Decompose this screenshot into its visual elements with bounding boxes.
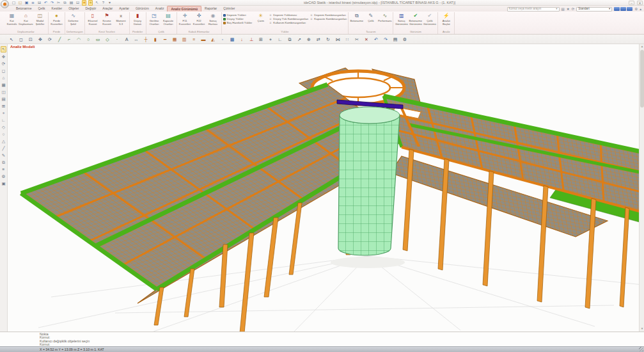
- polygon-icon[interactable]: ◇: [105, 36, 110, 42]
- app-menu-button[interactable]: [1, 0, 9, 8]
- open-file-icon[interactable]: ◱: [18, 1, 22, 5]
- layers-icon[interactable]: ⧉: [287, 36, 292, 42]
- grid-icon[interactable]: ⊞: [258, 36, 263, 42]
- circle-icon[interactable]: ○: [86, 36, 91, 42]
- settings-icon[interactable]: ⚙: [634, 7, 638, 12]
- capacity-combinations-item[interactable]: ≣Kapasite Kombinasyonları: [310, 17, 347, 20]
- edit-icon[interactable]: ✎: [2, 153, 5, 158]
- trim-icon[interactable]: ✂: [354, 36, 359, 42]
- results-view-button[interactable]: ▥Sonuç Görünümü: [395, 12, 408, 26]
- array-icon[interactable]: ∷: [345, 36, 350, 42]
- axial-force-button[interactable]: ▯Eksenel Kuvvet: [86, 12, 100, 26]
- arc-icon[interactable]: ◠: [76, 36, 81, 42]
- settings-icon[interactable]: ⚙: [2, 174, 6, 179]
- support-icon[interactable]: ⊥: [249, 36, 254, 42]
- copy-icon[interactable]: ⧉: [63, 1, 67, 5]
- snap-icon[interactable]: ⌖: [3, 111, 5, 116]
- command-search-input[interactable]: Komut veya metin arayın ▾: [507, 7, 560, 12]
- pointer-icon[interactable]: ↖: [95, 1, 99, 5]
- tab-betonarme[interactable]: Betonarme: [13, 6, 35, 12]
- f11-forces-button[interactable]: ✛F11 Kuvvetleri: [178, 12, 192, 26]
- sync-icon[interactable]: ⟳: [572, 7, 575, 12]
- vertical-combinations-item[interactable]: ≣Düşey Yük Kombinasyonları: [269, 17, 308, 20]
- shear-force-button[interactable]: ⚑Kesme Kuvveti: [100, 12, 114, 26]
- tab-analiz[interactable]: Analiz: [152, 6, 168, 12]
- result-map-button[interactable]: ◉Sonuç Haritası: [207, 12, 220, 26]
- tab-raporlar[interactable]: Raporlar: [201, 6, 220, 12]
- layer-widget[interactable]: [614, 7, 632, 11]
- storey-check-button[interactable]: ▦Kat Kontrolü: [5, 12, 19, 26]
- seismic-combinations-item[interactable]: ≣Deprem Kombinasyonları: [310, 13, 347, 17]
- seismic-loading-item[interactable]: ≣Deprem Yüklemesi: [269, 13, 308, 17]
- move-icon[interactable]: ⇄: [316, 36, 321, 42]
- tab-görünüm[interactable]: Görünüm: [132, 6, 152, 12]
- wall-icon[interactable]: ▥: [182, 36, 187, 42]
- undo-icon[interactable]: ↶: [373, 36, 379, 42]
- close-button[interactable]: ✕: [637, 1, 643, 5]
- slab-icon[interactable]: ▦: [172, 36, 177, 42]
- measure-icon[interactable]: ↗: [297, 36, 302, 42]
- mirror-icon[interactable]: ⋈: [335, 36, 340, 42]
- seismic-loads-item[interactable]: Deprem Yükleri: [223, 13, 253, 17]
- render-icon[interactable]: ▣: [1, 181, 5, 186]
- concrete-design-button[interactable]: ⧉Betonarme: [350, 12, 363, 23]
- book-icon[interactable]: ▤: [562, 7, 565, 12]
- performance-button[interactable]: ∿Performans: [378, 12, 391, 23]
- live-loads-item[interactable]: Boş Hareketli Yükler: [223, 21, 253, 24]
- foundation-icon[interactable]: ▬: [201, 36, 206, 42]
- stress-ratios-button[interactable]: ◳Gerilme Oranları: [148, 12, 161, 26]
- line-icon[interactable]: ╱: [3, 146, 5, 151]
- truss-icon[interactable]: ◭: [210, 36, 216, 42]
- collapse-ribbon-icon[interactable]: ▴: [640, 7, 641, 12]
- qat-dropdown-icon[interactable]: ▾: [107, 1, 112, 5]
- properties-icon[interactable]: ▤: [393, 36, 398, 42]
- favorite-icon[interactable]: ★: [82, 0, 86, 6]
- redo-icon[interactable]: ↷: [50, 1, 54, 5]
- help-icon[interactable]: ?: [101, 1, 106, 5]
- cut-icon[interactable]: ✂: [56, 1, 61, 5]
- select-icon[interactable]: ↖: [1, 46, 6, 52]
- quick-run-icon[interactable]: ★: [88, 0, 93, 6]
- copy-icon[interactable]: ⊕: [306, 36, 311, 42]
- vertical-rebar-button[interactable]: ▮Düşey Donatı: [131, 12, 145, 26]
- vertical-scrollbar[interactable]: ▲ ▼: [639, 44, 644, 332]
- plan-view-icon[interactable]: ▦: [1, 83, 5, 88]
- modal-shapes-button[interactable]: ◫Modal Şekiller: [33, 12, 47, 26]
- ortho-icon[interactable]: ∟: [1, 118, 5, 123]
- capacity-ratios-button[interactable]: ▤Kapasite Oranları: [162, 12, 175, 26]
- service-combinations-item[interactable]: ≣Kullanım Kombinasyonları: [269, 21, 308, 24]
- detail-view-icon[interactable]: ▤: [1, 97, 5, 102]
- orbit-icon[interactable]: ⟳: [47, 36, 52, 42]
- list-icon[interactable]: ≡: [3, 167, 5, 172]
- beam-icon[interactable]: ━: [162, 36, 168, 42]
- pan-icon[interactable]: ✥: [2, 54, 5, 60]
- run-analysis-button[interactable]: ⚡Analizi Başlat: [439, 12, 453, 26]
- f22-forces-button[interactable]: ✜F22 Kuvvetleri: [192, 12, 206, 26]
- minimize-button[interactable]: –: [629, 1, 634, 5]
- settings-icon[interactable]: ⚙: [402, 36, 407, 42]
- redo-icon[interactable]: ↷: [383, 36, 388, 42]
- wall-forces-button[interactable]: ●Perde Kuvvetleri: [50, 12, 63, 26]
- tab-kesitler[interactable]: Kesitler: [49, 6, 66, 12]
- tab-değiştir[interactable]: Değiştir: [82, 6, 99, 12]
- model-viewport[interactable]: [8, 44, 639, 332]
- grid-icon[interactable]: ⊞: [2, 104, 5, 109]
- column-icon[interactable]: ▮: [153, 36, 158, 42]
- point-icon[interactable]: ·: [114, 36, 120, 42]
- polyline-icon[interactable]: ⌐: [67, 36, 72, 42]
- dimension-icon[interactable]: ↔: [134, 36, 139, 42]
- line-icon[interactable]: ╱: [57, 36, 62, 42]
- scroll-down-icon[interactable]: ▼: [640, 326, 644, 332]
- layers-icon[interactable]: ⧉: [2, 160, 5, 165]
- scroll-up-icon[interactable]: ▲: [640, 44, 644, 49]
- snap-icon[interactable]: ⌖: [268, 36, 273, 42]
- favorites-icon[interactable]: ★: [567, 7, 570, 12]
- rect-icon[interactable]: ▭: [95, 36, 100, 42]
- steel-design-button[interactable]: ✎Çelik: [364, 12, 377, 23]
- save-icon[interactable]: ▣: [24, 1, 29, 5]
- concrete-view-button[interactable]: ✔Betonarme Görünümü: [409, 12, 422, 26]
- ortho-icon[interactable]: ∟: [278, 36, 283, 42]
- zoom-fit-icon[interactable]: ⊡: [75, 1, 80, 5]
- storey-drift-button[interactable]: ⌂Kat Deplasmanı: [19, 12, 33, 26]
- home-view-icon[interactable]: ⌂: [3, 76, 5, 81]
